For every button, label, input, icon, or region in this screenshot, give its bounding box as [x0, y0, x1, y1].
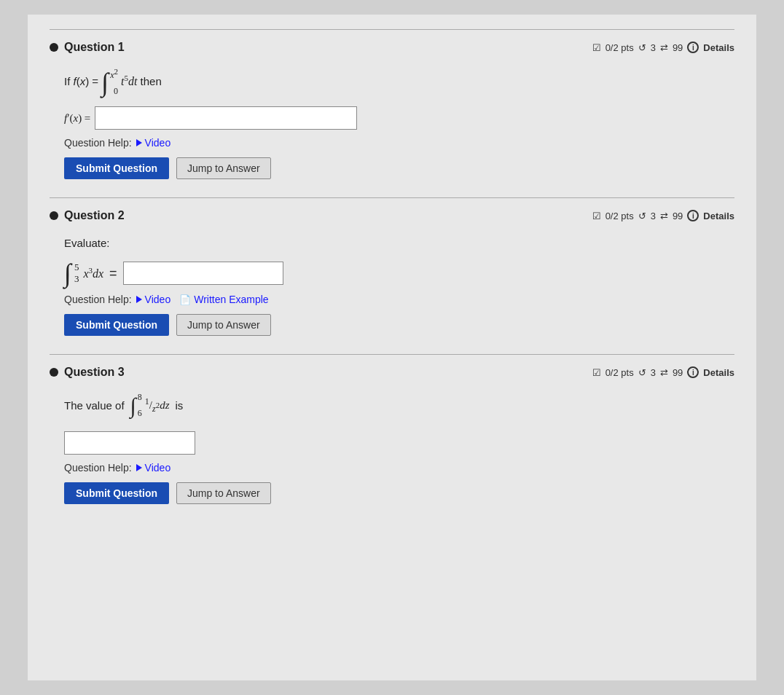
q1-fprime-label: f′(x) =: [64, 112, 90, 125]
q3-btn-row: Submit Question Jump to Answer: [64, 482, 734, 504]
q3-lower: 6: [138, 406, 142, 422]
q2-retries: 3: [651, 211, 656, 221]
q2-lower: 3: [74, 273, 79, 285]
integral-symbol-q1: ∫: [101, 69, 109, 95]
q1-video-label: Video: [145, 137, 171, 149]
q1-lower: 0: [114, 84, 118, 100]
integral-symbol-q2: ∫: [64, 260, 71, 286]
info-icon-3[interactable]: i: [687, 366, 699, 378]
integral-limits-q1: x2 0: [110, 65, 118, 99]
question-3-header: Question 3 ☑ 0/2 pts ↺ 3 ⇄ 99 i Details: [50, 366, 734, 379]
question-2-label: Question 2: [64, 209, 125, 222]
q3-help: Question Help: Video: [64, 462, 734, 474]
question-3-label: Question 3: [64, 366, 125, 379]
refresh-icon-3: ⇄: [660, 367, 668, 378]
question-2-body: Evaluate: ∫ 5 3 x3dx = Question Help: Vi…: [50, 233, 734, 336]
q3-prefix: The value of: [64, 396, 125, 415]
q2-attempts: 99: [673, 211, 683, 221]
question-1-header: Question 1 ☑ 0/2 pts ↺ 3 ⇄ 99 i Details: [50, 41, 734, 54]
q1-attempts: 99: [673, 42, 683, 53]
q3-video-link[interactable]: Video: [136, 462, 171, 474]
question-3-block: Question 3 ☑ 0/2 pts ↺ 3 ⇄ 99 i Details …: [50, 354, 734, 519]
q3-help-label: Question Help:: [64, 462, 132, 474]
q1-submit-button[interactable]: Submit Question: [64, 157, 169, 179]
q3-integrand: 1/z2dz: [145, 394, 170, 417]
q2-submit-button[interactable]: Submit Question: [64, 314, 169, 336]
question-2-block: Question 2 ☑ 0/2 pts ↺ 3 ⇄ 99 i Details …: [50, 197, 734, 350]
integral-symbol-q3: ∫: [130, 395, 136, 417]
undo-icon: ↺: [638, 42, 646, 53]
q1-help-label: Question Help:: [64, 137, 132, 149]
question-1-label: Question 1: [64, 41, 125, 54]
q2-help: Question Help: Video 📄 Written Example: [64, 294, 734, 305]
question-1-body: If f(x) = ∫ x2 0 t5dt then f′(x) = Quest…: [50, 65, 734, 179]
q3-answer-row: [64, 428, 734, 455]
question-1-meta: ☑ 0/2 pts ↺ 3 ⇄ 99 i Details: [592, 42, 734, 53]
q2-video-label: Video: [145, 294, 171, 305]
integral-limits-q3: 8 6: [138, 390, 142, 421]
q1-pts: 0/2 pts: [605, 42, 634, 53]
q2-written-label: Written Example: [194, 294, 268, 305]
question-2-meta: ☑ 0/2 pts ↺ 3 ⇄ 99 i Details: [592, 210, 734, 221]
q2-answer-input[interactable]: [123, 262, 283, 285]
q1-jump-button[interactable]: Jump to Answer: [176, 157, 271, 179]
question-1-title: Question 1: [50, 41, 125, 54]
q3-retries: 3: [651, 367, 656, 378]
q3-body-text: The value of ∫ 8 6 1/z2dz is: [64, 390, 734, 421]
q3-upper: 8: [138, 390, 142, 406]
integral-limits-q2: 5 3: [74, 262, 79, 285]
q2-details[interactable]: Details: [703, 211, 734, 221]
refresh-icon: ⇄: [660, 42, 668, 53]
bullet-icon-3: [50, 368, 58, 377]
undo-icon-2: ↺: [638, 211, 646, 221]
q2-video-link[interactable]: Video: [136, 294, 171, 305]
q3-pts: 0/2 pts: [605, 367, 634, 378]
q2-integrand: x3dx: [83, 266, 103, 280]
q2-integral-row: ∫ 5 3 x3dx =: [64, 260, 734, 286]
q2-jump-button[interactable]: Jump to Answer: [176, 314, 271, 336]
q3-answer-input[interactable]: [64, 431, 195, 455]
q3-details[interactable]: Details: [703, 367, 734, 378]
q3-video-label: Video: [145, 462, 171, 474]
undo-icon-3: ↺: [638, 367, 646, 378]
q3-attempts: 99: [673, 367, 683, 378]
q1-btn-row: Submit Question Jump to Answer: [64, 157, 734, 179]
bullet-icon: [50, 43, 58, 52]
q3-submit-button[interactable]: Submit Question: [64, 482, 169, 504]
checkmark-icon-2: ☑: [592, 211, 601, 221]
info-icon[interactable]: i: [687, 42, 699, 53]
question-3-meta: ☑ 0/2 pts ↺ 3 ⇄ 99 i Details: [592, 366, 734, 378]
q2-btn-row: Submit Question Jump to Answer: [64, 314, 734, 336]
doc-icon-q2: 📄: [179, 294, 191, 305]
q2-equals: =: [109, 266, 117, 281]
q2-written-link[interactable]: 📄 Written Example: [179, 294, 268, 305]
q1-help: Question Help: Video: [64, 137, 734, 149]
checkmark-icon-3: ☑: [592, 367, 601, 378]
bullet-icon-2: [50, 211, 58, 220]
q1-integrand: t5dt: [121, 71, 137, 93]
q1-video-link[interactable]: Video: [136, 137, 171, 149]
q1-answer-row: f′(x) =: [64, 106, 734, 130]
refresh-icon-2: ⇄: [660, 211, 668, 221]
question-2-title: Question 2: [50, 209, 125, 222]
q1-retries: 3: [651, 42, 656, 53]
question-3-body: The value of ∫ 8 6 1/z2dz is Question H: [50, 390, 734, 504]
checkmark-icon: ☑: [592, 42, 601, 53]
question-1-block: Question 1 ☑ 0/2 pts ↺ 3 ⇄ 99 i Details …: [50, 29, 734, 194]
q2-evaluate-label: Evaluate:: [64, 233, 734, 253]
q2-upper: 5: [74, 262, 79, 273]
info-icon-2[interactable]: i: [687, 210, 699, 221]
q2-play-icon: [136, 296, 142, 303]
q1-details[interactable]: Details: [703, 42, 734, 53]
q3-suffix: is: [175, 396, 183, 415]
q1-answer-input[interactable]: [95, 106, 357, 130]
q3-jump-button[interactable]: Jump to Answer: [176, 482, 271, 504]
q2-pts: 0/2 pts: [605, 211, 634, 221]
q1-upper: x2: [110, 65, 118, 84]
q3-play-icon: [136, 464, 142, 471]
question-2-header: Question 2 ☑ 0/2 pts ↺ 3 ⇄ 99 i Details: [50, 209, 734, 222]
q1-body-text: If f(x) = ∫ x2 0 t5dt then: [64, 65, 734, 99]
page-container: Question 1 ☑ 0/2 pts ↺ 3 ⇄ 99 i Details …: [28, 15, 756, 680]
q1-play-icon: [136, 139, 142, 146]
question-3-title: Question 3: [50, 366, 125, 379]
